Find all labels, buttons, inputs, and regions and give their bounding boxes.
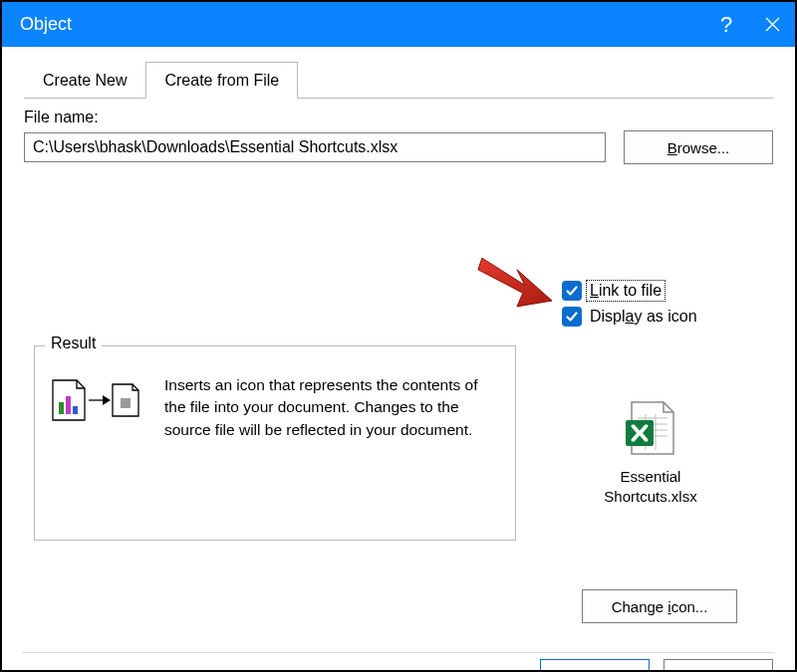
icon-preview-label: Essential Shortcuts.xlsx <box>586 467 715 506</box>
file-name-row: File name: Browse... <box>24 109 773 164</box>
svg-rect-3 <box>66 396 71 414</box>
cancel-button[interactable]: Cancel <box>664 659 773 672</box>
change-icon-button[interactable]: Change icon... <box>582 589 737 623</box>
close-icon <box>765 17 780 32</box>
checkmark-icon <box>565 284 579 298</box>
file-name-input[interactable] <box>24 132 606 162</box>
svg-rect-2 <box>59 402 64 414</box>
result-group: Result <box>34 345 516 541</box>
result-illustration <box>49 374 146 441</box>
display-as-icon-checkbox[interactable] <box>562 307 582 327</box>
svg-rect-6 <box>121 398 131 408</box>
result-text: Inserts an icon that represents the cont… <box>164 374 501 441</box>
titlebar: Object ? <box>2 2 795 47</box>
dialog-buttons: OK Cancel <box>540 659 773 672</box>
link-to-file-label: Link to file <box>588 282 664 300</box>
file-input-row: Browse... <box>24 130 773 164</box>
window-title: Object <box>20 14 703 35</box>
close-button[interactable] <box>749 2 795 47</box>
dialog-content: Create New Create from File File name: B… <box>2 47 795 164</box>
separator <box>22 652 775 653</box>
link-to-file-row[interactable]: Link to file <box>562 281 697 301</box>
browse-button[interactable]: Browse... <box>624 130 773 164</box>
display-as-icon-label: Display as icon <box>590 308 697 326</box>
tab-create-from-file[interactable]: Create from File <box>145 62 298 99</box>
insert-icon-illustration <box>49 378 146 424</box>
svg-rect-4 <box>73 406 78 414</box>
browse-button-label: Browse... <box>667 139 730 156</box>
display-as-icon-row[interactable]: Display as icon <box>562 307 697 327</box>
tab-strip: Create New Create from File <box>24 61 773 99</box>
tab-create-new[interactable]: Create New <box>24 62 145 99</box>
link-to-file-checkbox[interactable] <box>562 281 582 301</box>
change-icon-button-label: Change icon... <box>612 598 708 615</box>
checkmark-icon <box>565 310 579 324</box>
excel-file-icon <box>624 400 677 461</box>
file-name-label: File name: <box>24 109 773 126</box>
help-button[interactable]: ? <box>703 2 749 47</box>
result-body: Inserts an icon that represents the cont… <box>35 346 515 455</box>
result-legend: Result <box>45 335 102 352</box>
ok-button[interactable]: OK <box>540 659 650 672</box>
annotation-arrow-icon <box>476 256 554 311</box>
options-group: Link to file Display as icon <box>562 281 697 333</box>
icon-preview: Essential Shortcuts.xlsx <box>586 400 715 506</box>
